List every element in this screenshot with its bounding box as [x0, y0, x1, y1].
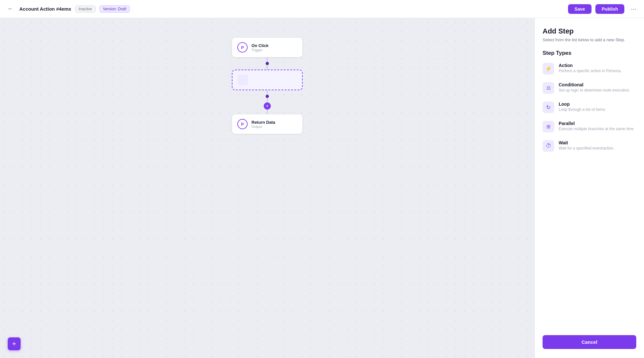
on-click-icon: P	[237, 42, 248, 53]
loop-icon: ↻	[543, 102, 554, 113]
add-step-plus-button[interactable]: +	[264, 102, 271, 110]
on-click-title: On Click	[251, 43, 269, 48]
return-data-icon: P	[237, 119, 248, 129]
step-type-action[interactable]: ⚡ Action Perform a specific action in Pe…	[543, 63, 636, 74]
wait-desc: Wait for a specified event/action.	[559, 146, 614, 150]
connector-bottom: +	[264, 90, 271, 114]
wait-name: Wait	[559, 140, 614, 145]
parallel-icon: ⊞	[543, 121, 554, 132]
flow-container: P On Click Trigger +	[232, 37, 303, 134]
canvas-add-button[interactable]: +	[8, 337, 21, 350]
parallel-name: Parallel	[559, 121, 635, 126]
main-layout: P On Click Trigger +	[0, 18, 644, 358]
step-type-conditional[interactable]: ⚖ Conditional Set up logic to determine …	[543, 82, 636, 94]
loop-name: Loop	[559, 102, 606, 107]
on-click-node[interactable]: P On Click Trigger	[232, 37, 303, 57]
return-data-sub: Output	[251, 125, 275, 129]
parallel-desc: Execute multiple branches at the same ti…	[559, 127, 635, 131]
header: ← Account Action #4emx Inactive Version:…	[0, 0, 644, 18]
step-type-loop[interactable]: ↻ Loop Loop through a list of items.	[543, 102, 636, 113]
back-button[interactable]: ←	[5, 4, 15, 14]
return-data-title: Return Data	[251, 120, 275, 125]
loop-desc: Loop through a list of items.	[559, 107, 606, 112]
on-click-sub: Trigger	[251, 48, 269, 52]
right-panel: Add Step Select from the list below to a…	[535, 18, 644, 358]
conditional-name: Conditional	[559, 82, 630, 87]
conditional-desc: Set up logic to determine route executio…	[559, 88, 630, 92]
page-title: Account Action #4emx	[19, 6, 71, 12]
action-icon: ⚡	[543, 63, 554, 74]
connector-top	[266, 57, 269, 70]
canvas[interactable]: P On Click Trigger +	[0, 18, 535, 358]
wait-icon: ⏱	[543, 140, 554, 152]
panel-title: Add Step	[543, 27, 636, 35]
conditional-icon: ⚖	[543, 82, 554, 94]
return-data-node[interactable]: P Return Data Output	[232, 114, 303, 134]
step-types-heading: Step Types	[543, 50, 636, 56]
drop-zone-node[interactable]	[232, 70, 303, 90]
step-type-parallel[interactable]: ⊞ Parallel Execute multiple branches at …	[543, 121, 636, 132]
drop-placeholder	[238, 75, 248, 85]
publish-button[interactable]: Publish	[595, 4, 625, 14]
action-desc: Perform a specific action in Persona.	[559, 69, 621, 73]
draft-badge: Version: Draft	[99, 5, 130, 13]
inactive-badge: Inactive	[75, 5, 95, 13]
action-name: Action	[559, 63, 621, 68]
step-type-wait[interactable]: ⏱ Wait Wait for a specified event/action…	[543, 140, 636, 152]
save-button[interactable]: Save	[568, 4, 592, 14]
panel-subtitle: Select from the list below to add a new …	[543, 37, 636, 42]
cancel-button[interactable]: Cancel	[543, 335, 636, 349]
more-options-button[interactable]: ···	[628, 4, 639, 14]
